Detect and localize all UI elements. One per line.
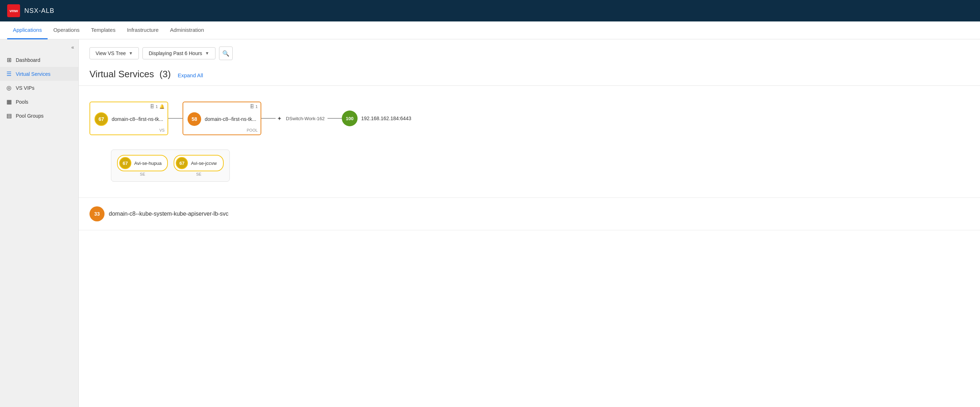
sidebar-label-pool-groups: Pool Groups — [16, 113, 44, 119]
sidebar-label-vs-vips: VS VIPs — [16, 85, 34, 91]
se-group-container: 67 Avi-se-hupua SE 67 Avi-se-jccvw — [89, 146, 969, 190]
nav-item-administration[interactable]: Administration — [164, 21, 210, 40]
logo-text: vmw — [10, 9, 18, 13]
row-divider-3 — [79, 230, 980, 230]
pool-groups-icon — [6, 112, 12, 119]
collapse-icon[interactable]: « — [71, 44, 74, 50]
vs-node-1-body: 67 domain-c8--first-ns-tk... — [90, 109, 167, 127]
displaying-dropdown[interactable]: Displaying Past 6 Hours ▼ — [142, 47, 215, 59]
se-badge-value-1: 67 — [123, 161, 128, 166]
vs-tree-row-1: 🗄 1 🔔 67 domain-c8--first-ns-tk... VS — [89, 101, 969, 135]
bell-icon: 🔔 — [159, 104, 165, 109]
se-badge-value-2: 67 — [179, 161, 185, 166]
vs-vips-icon — [6, 84, 12, 91]
se-type-1: SE — [140, 172, 145, 176]
section-header: Virtual Services (3) Expand All — [89, 69, 969, 80]
sidebar-item-vs-vips[interactable]: VS VIPs — [0, 81, 78, 95]
nav-item-operations[interactable]: Operations — [48, 21, 85, 40]
server-badge-1: 100 — [342, 111, 358, 126]
toolbar: View VS Tree ▼ Displaying Past 6 Hours ▼ — [89, 46, 969, 60]
top-bar: vmw NSX-ALB — [0, 0, 980, 21]
vs-node-1-header: 🗄 1 🔔 — [90, 102, 167, 109]
sidebar-collapse-control[interactable]: « — [0, 43, 78, 53]
vs-label-2: domain-c8--kube-system-kube-apiserver-lb… — [109, 211, 228, 217]
sidebar-item-dashboard[interactable]: Dashboard — [0, 53, 78, 67]
db-count: 1 — [156, 105, 158, 109]
se-badge-1: 67 — [119, 157, 131, 169]
server-badge-value-1: 100 — [346, 116, 354, 121]
se-pill-1: 67 Avi-se-hupua — [117, 155, 168, 171]
dswitch-label: DSwitch-Work-162 — [283, 116, 328, 121]
sidebar-label-virtual-services: Virtual Services — [16, 71, 51, 77]
pool-badge-value-1: 58 — [191, 116, 197, 122]
vs-badge-1: 67 — [94, 112, 108, 126]
virtual-services-icon — [6, 70, 12, 77]
se-type-2: SE — [196, 172, 202, 176]
vs-badge-2: 33 — [89, 206, 105, 222]
vs-type-1: VS — [90, 127, 167, 135]
view-vs-tree-dropdown[interactable]: View VS Tree ▼ — [89, 47, 139, 59]
nav-bar: Applications Operations Templates Infras… — [0, 21, 980, 40]
sidebar-item-pools[interactable]: Pools — [0, 95, 78, 109]
vs-badge-value-2: 33 — [94, 211, 100, 217]
view-vs-tree-label: View VS Tree — [95, 51, 126, 56]
vs-row-2: 33 domain-c8--kube-system-kube-apiserver… — [89, 201, 969, 227]
db-count-pool: 1 — [256, 105, 258, 109]
vs-badge-value-1: 67 — [99, 116, 104, 122]
vs-node-1[interactable]: 🗄 1 🔔 67 domain-c8--first-ns-tk... VS — [89, 101, 168, 135]
sidebar-item-virtual-services[interactable]: Virtual Services — [0, 67, 78, 81]
pool-badge-1: 58 — [188, 112, 201, 126]
content-area: View VS Tree ▼ Displaying Past 6 Hours ▼… — [79, 40, 980, 407]
chevron-down-icon: ▼ — [129, 51, 133, 56]
server-label-1: 192.168.162.184:6443 — [361, 116, 411, 121]
section-title: Virtual Services (3) Expand All — [89, 69, 203, 79]
db-icon-pool: 🗄 — [250, 104, 254, 109]
displaying-label: Displaying Past 6 Hours — [148, 51, 202, 56]
section-count: (3) — [159, 69, 171, 79]
pool-type-1: POOL — [183, 127, 261, 135]
dashboard-icon — [6, 57, 12, 63]
se-label-2: Avi-se-jccvw — [191, 161, 216, 166]
connector-line-3 — [328, 118, 342, 119]
db-icon: 🗄 — [150, 104, 154, 109]
connector-line-1 — [168, 118, 183, 119]
nav-item-applications[interactable]: Applications — [7, 21, 48, 40]
chevron-down-icon-2: ▼ — [205, 51, 209, 56]
vs-tree-container: 🗄 1 🔔 67 domain-c8--first-ns-tk... VS — [89, 94, 969, 240]
sidebar-item-pool-groups[interactable]: Pool Groups — [0, 109, 78, 123]
se-label-1: Avi-se-hupua — [134, 161, 161, 166]
se-card-2[interactable]: 67 Avi-se-jccvw SE — [173, 155, 224, 176]
share-icon: ✦ — [277, 115, 282, 122]
se-pill-2: 67 Avi-se-jccvw — [173, 155, 224, 171]
nav-item-infrastructure[interactable]: Infrastructure — [121, 21, 164, 40]
pool-label-1: domain-c8--first-ns-tk... — [205, 116, 256, 122]
main-layout: « Dashboard Virtual Services VS VIPs Poo… — [0, 40, 980, 407]
pool-node-1-header: 🗄 1 — [183, 102, 261, 109]
sidebar-label-dashboard: Dashboard — [16, 57, 40, 63]
vmware-logo: vmw — [7, 4, 20, 17]
sidebar: « Dashboard Virtual Services VS VIPs Poo… — [0, 40, 79, 407]
se-group: 67 Avi-se-hupua SE 67 Avi-se-jccvw — [111, 149, 230, 182]
app-title: NSX-ALB — [24, 7, 54, 15]
se-badge-2: 67 — [176, 157, 188, 169]
pools-icon — [6, 98, 12, 105]
expand-all-link[interactable]: Expand All — [178, 72, 203, 78]
nav-item-templates[interactable]: Templates — [85, 21, 121, 40]
section-divider — [79, 86, 980, 86]
sidebar-label-pools: Pools — [16, 99, 28, 105]
pool-node-1[interactable]: 🗄 1 58 domain-c8--first-ns-tk... POOL — [183, 101, 261, 135]
section-title-text: Virtual Services — [89, 69, 154, 79]
vs-label-1: domain-c8--first-ns-tk... — [112, 116, 163, 122]
search-button[interactable] — [219, 46, 233, 60]
pool-node-1-body: 58 domain-c8--first-ns-tk... — [183, 109, 261, 127]
search-icon — [222, 50, 229, 57]
connector-line-2 — [261, 118, 275, 119]
se-card-1[interactable]: 67 Avi-se-hupua SE — [117, 155, 168, 176]
server-node-1[interactable]: 100 192.168.162.184:6443 — [342, 111, 411, 126]
